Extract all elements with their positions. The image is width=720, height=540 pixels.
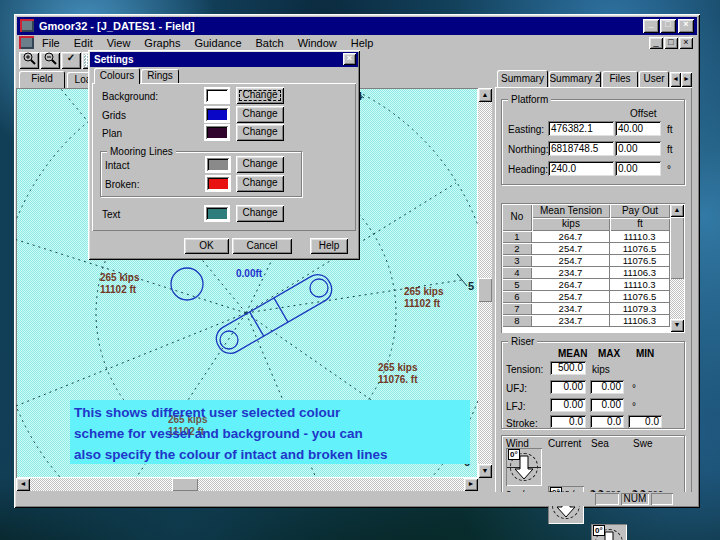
ufj-unit: °	[632, 383, 636, 394]
tab-summary-1[interactable]: Summary 1	[497, 70, 548, 88]
col-tension-header: Mean Tension	[532, 204, 610, 218]
sea-angle-badge: 0°	[593, 525, 605, 536]
menu-guidance[interactable]: Guidance	[187, 36, 248, 50]
riser-tension-label: Tension:	[506, 364, 543, 375]
riser-group: Riser MEAN MAX MIN Tension: 500.0 kips U…	[501, 341, 685, 429]
lfj-unit: °	[632, 401, 636, 412]
table-body: 1264.711110.3 2254.711076.5 3254.711076.…	[502, 231, 670, 327]
background-change-button[interactable]: Change	[236, 87, 284, 104]
mooring-lines-group-title: Mooring Lines	[107, 146, 176, 157]
settings-close-button[interactable]: ×	[343, 53, 356, 65]
grids-change-button[interactable]: Change	[236, 106, 284, 123]
text-change-button[interactable]: Change	[236, 205, 284, 222]
stroke-mean-field[interactable]: 0.0	[550, 415, 586, 428]
zoom-out-button[interactable]	[40, 52, 60, 69]
ufj-label: UFJ:	[506, 383, 527, 394]
scroll-right-button[interactable]: ►	[464, 478, 478, 491]
plot-hscrollbar[interactable]: ◄ ►	[16, 478, 478, 491]
northing-offset-field[interactable]: 0.00	[615, 141, 661, 156]
cancel-button[interactable]: Cancel	[232, 238, 292, 254]
app-icon	[20, 19, 34, 32]
child-minimize-button[interactable]: _	[649, 37, 663, 49]
table-vscroll-thumb[interactable]	[670, 217, 684, 279]
menu-window[interactable]: Window	[291, 36, 344, 50]
tab-colours[interactable]: Colours	[94, 68, 140, 84]
tab-scroll-left-button[interactable]: ◄	[670, 72, 681, 87]
wind-dial[interactable]: 0°	[506, 448, 542, 486]
scroll-up-button[interactable]: ▲	[478, 88, 492, 102]
zoom-in-button[interactable]	[19, 52, 39, 69]
table-vscrollbar[interactable]: ▲ ▼	[670, 204, 684, 332]
sea-dial[interactable]: 0°	[591, 524, 627, 540]
easting-offset-field[interactable]: 40.00	[615, 121, 661, 136]
easting-field[interactable]: 476382.1	[548, 121, 614, 136]
line-label-right: 265 kips 11102 ft	[404, 286, 443, 310]
grids-swatch	[204, 106, 230, 123]
heading-offset-field[interactable]: 0.00	[615, 161, 661, 176]
minimize-button[interactable]: _	[643, 19, 659, 33]
close-button[interactable]: ×	[678, 19, 694, 33]
northing-unit: ft	[667, 144, 673, 155]
help-button[interactable]: Help	[310, 238, 348, 254]
menu-edit[interactable]: Edit	[67, 36, 100, 50]
text-label: Text	[102, 209, 120, 220]
status-cell-1	[595, 493, 619, 505]
broken-swatch	[205, 175, 231, 192]
stroke-min-field[interactable]: 0.0	[628, 415, 662, 428]
magnifier-minus-icon	[43, 52, 57, 65]
text-swatch	[204, 205, 230, 222]
scroll-left-button[interactable]: ◄	[16, 478, 30, 491]
tab-files[interactable]: Files	[602, 71, 638, 88]
menu-help[interactable]: Help	[344, 36, 381, 50]
plan-change-button[interactable]: Change	[236, 124, 284, 141]
menu-graphs[interactable]: Graphs	[137, 36, 187, 50]
vscroll-thumb[interactable]	[478, 278, 492, 302]
broken-change-button[interactable]: Change	[236, 175, 284, 192]
restore-button[interactable]: □	[660, 19, 676, 33]
table-row[interactable]: 1264.711110.3	[502, 231, 670, 243]
mooring-table[interactable]: No Mean Tension kips Pay Out ft 1264.711…	[501, 203, 685, 333]
tab-summary-2[interactable]: Summary 2	[549, 71, 601, 88]
hscroll-thumb[interactable]	[172, 478, 198, 491]
riser-tension-field[interactable]: 500.0	[550, 361, 586, 375]
plot-vscrollbar[interactable]: ▲ ▼	[478, 88, 492, 478]
scroll-down-button[interactable]: ▼	[478, 464, 492, 478]
ufj-mean-field[interactable]: 0.00	[550, 380, 586, 394]
menu-file[interactable]: File	[35, 36, 67, 50]
stroke-max-field[interactable]: 0.0	[590, 415, 624, 428]
table-scroll-up-button[interactable]: ▲	[670, 204, 684, 217]
title-bar[interactable]: Gmoor32 - [J_DATES1 - Field] _ □ ×	[17, 17, 697, 35]
lfj-max-field[interactable]: 0.00	[590, 398, 624, 412]
heading-field[interactable]: 240.0	[548, 161, 614, 176]
menu-view[interactable]: View	[100, 36, 138, 50]
table-row[interactable]: 4234.711106.3	[502, 267, 670, 279]
table-row[interactable]: 8234.711106.3	[502, 315, 670, 327]
col-tension-unit: kips	[532, 218, 610, 231]
table-row[interactable]: 3254.711076.5	[502, 255, 670, 267]
line-label-left: 265 kips 11102 ft	[100, 272, 139, 296]
table-row[interactable]: 6254.711076.5	[502, 291, 670, 303]
ufj-max-field[interactable]: 0.00	[590, 380, 624, 394]
intact-change-button[interactable]: Change	[236, 156, 284, 173]
lfj-mean-field[interactable]: 0.00	[550, 398, 586, 412]
tab-user[interactable]: User	[639, 71, 669, 88]
riser-tension-unit: kips	[592, 364, 610, 375]
table-scroll-down-button[interactable]: ▼	[670, 319, 684, 332]
menu-batch[interactable]: Batch	[249, 36, 291, 50]
table-row[interactable]: 7234.711079.3	[502, 303, 670, 315]
tab-field[interactable]: Field	[19, 71, 65, 88]
tab-rings[interactable]: Rings	[141, 69, 179, 84]
table-row[interactable]: 5264.711110.3	[502, 279, 670, 291]
tab-scroll-right-button[interactable]: ►	[681, 72, 692, 87]
menu-bar: File Edit View Graphs Guidance Batch Win…	[17, 35, 697, 51]
select-tool-button[interactable]: ✓	[61, 52, 81, 69]
settings-title-bar[interactable]: Settings ×	[90, 52, 358, 67]
child-close-button[interactable]: ×	[679, 37, 693, 49]
child-restore-button[interactable]: □	[664, 37, 678, 49]
col-payout-unit: ft	[610, 218, 670, 231]
northing-field[interactable]: 6818748.5	[548, 141, 614, 156]
ok-button[interactable]: OK	[184, 238, 229, 254]
current-label: Current	[548, 438, 581, 449]
mdi-child-icon	[19, 36, 34, 49]
table-row[interactable]: 2254.711076.5	[502, 243, 670, 255]
